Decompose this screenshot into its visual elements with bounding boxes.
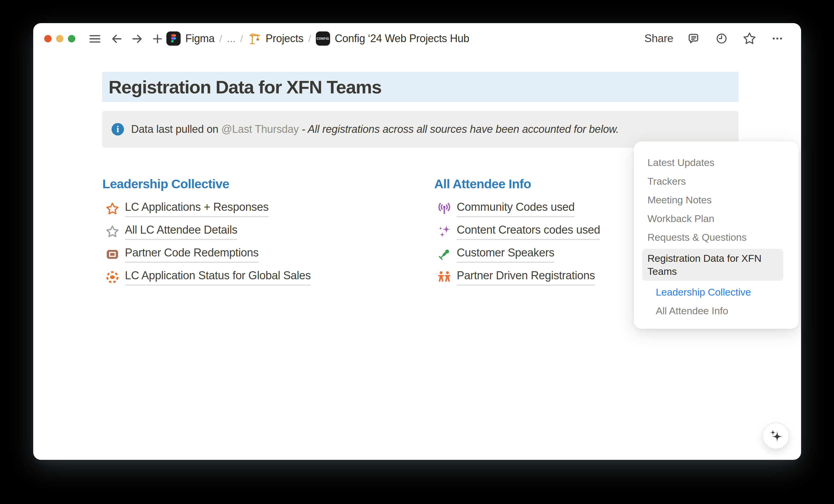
minimize-window-button[interactable]	[56, 35, 64, 42]
history-clock-icon[interactable]	[714, 31, 729, 46]
crane-icon	[248, 32, 261, 45]
window-controls	[44, 35, 75, 42]
doc-link[interactable]: Customer Speakers	[457, 246, 554, 263]
info-icon-glyph: i	[116, 124, 119, 134]
section-heading: Leadership Collective	[102, 177, 311, 191]
toc-item-requests-questions[interactable]: Requests & Questions	[648, 228, 788, 247]
doc-link-row: LC Applications + Responses	[102, 200, 311, 217]
section-heading: All Attendee Info	[434, 177, 600, 191]
page-title[interactable]: Registration Data for XFN Teams	[109, 76, 381, 97]
doc-link[interactable]: Community Codes used	[457, 200, 575, 217]
toc-item-trackers[interactable]: Trackers	[648, 172, 788, 191]
breadcrumb-item-figma[interactable]: Figma	[185, 32, 215, 45]
config-doc-icon: CONFIG	[316, 31, 330, 46]
doc-link[interactable]: LC Applications + Responses	[125, 200, 269, 217]
figma-app-icon[interactable]	[167, 31, 181, 46]
green-microphone-icon	[437, 247, 452, 261]
purple-sparkles-icon	[437, 224, 452, 239]
doc-link-row: Community Codes used	[434, 200, 600, 217]
section-all-attendee-info: All Attendee Info Community Codes used	[434, 177, 600, 292]
doc-link-row: Partner Code Redemptions	[102, 246, 311, 263]
config-doc-icon-text: CONFIG	[316, 37, 329, 40]
plus-icon[interactable]	[151, 32, 164, 46]
doc-link[interactable]: Content Creators codes used	[457, 223, 600, 240]
date-mention[interactable]: @Last Thursday	[221, 123, 299, 135]
breadcrumb-separator: /	[219, 33, 222, 44]
purple-broadcast-icon	[437, 202, 452, 216]
breadcrumb-item-projects[interactable]: Projects	[266, 32, 304, 45]
callout-prefix: Data last pulled on	[131, 123, 221, 135]
breadcrumb-separator: /	[308, 33, 311, 44]
maximize-window-button[interactable]	[68, 35, 75, 42]
toc-popup: Latest Updates Trackers Meeting Notes Wo…	[634, 141, 799, 329]
ai-assistant-button[interactable]	[763, 422, 789, 449]
app-window: Figma / ... / Projects / CONFIG	[33, 23, 801, 460]
close-window-button[interactable]	[44, 35, 51, 42]
toc-item-latest-updates[interactable]: Latest Updates	[648, 153, 788, 172]
orange-people-icon	[437, 270, 452, 284]
titlebar-actions: Share	[644, 31, 785, 46]
toc-item-meeting-notes[interactable]: Meeting Notes	[648, 191, 788, 209]
comment-icon[interactable]	[686, 31, 701, 46]
breadcrumb-separator: /	[240, 33, 243, 44]
more-dots-icon[interactable]	[770, 31, 785, 46]
page-title-highlight: Registration Data for XFN Teams	[102, 72, 739, 102]
doc-link-row: All LC Attendee Details	[102, 223, 311, 240]
orange-star-icon	[105, 202, 119, 216]
doc-link[interactable]: Partner Driven Registrations	[457, 269, 595, 285]
doc-link-row: LC Application Status for Global Sales	[102, 269, 311, 285]
brown-frame-icon	[105, 247, 119, 261]
share-button[interactable]: Share	[644, 32, 673, 45]
doc-link[interactable]: LC Application Status for Global Sales	[125, 269, 311, 285]
breadcrumb-item-current: Config ‘24 Web Projects Hub	[335, 32, 469, 45]
menu-icon[interactable]	[88, 32, 102, 46]
doc-link-row: Customer Speakers	[434, 246, 600, 263]
back-arrow-icon[interactable]	[110, 32, 124, 46]
toc-subitem-leadership-collective[interactable]: Leadership Collective	[648, 283, 788, 301]
favorite-star-icon[interactable]	[742, 31, 757, 46]
info-icon: i	[111, 123, 124, 136]
toc-item-active-registration-data[interactable]: Registration Data for XFN Teams	[642, 249, 783, 281]
section-leadership-collective: Leadership Collective LC Applications + …	[102, 177, 311, 292]
doc-link-row: Partner Driven Registrations	[434, 269, 600, 285]
callout-text: Data last pulled on @Last Thursday - All…	[131, 123, 619, 136]
orange-dotted-circle-icon	[105, 270, 119, 284]
toc-item-workback-plan[interactable]: Workback Plan	[648, 209, 788, 228]
sparkles-icon	[769, 428, 783, 443]
doc-link-row: Content Creators codes used	[434, 223, 600, 240]
callout-italic: - All registrations across all sources h…	[302, 123, 619, 135]
forward-arrow-icon[interactable]	[131, 32, 144, 46]
breadcrumb: Figma / ... / Projects / CONFIG	[167, 31, 469, 46]
gray-star-icon	[105, 224, 119, 239]
doc-link[interactable]: Partner Code Redemptions	[125, 246, 259, 263]
toc-subitem-all-attendee-info[interactable]: All Attendee Info	[648, 301, 788, 320]
doc-link[interactable]: All LC Attendee Details	[125, 223, 237, 240]
titlebar: Figma / ... / Projects / CONFIG	[33, 23, 801, 54]
breadcrumb-item-collapsed[interactable]: ...	[227, 32, 236, 45]
desktop-background: Figma / ... / Projects / CONFIG	[0, 0, 834, 504]
